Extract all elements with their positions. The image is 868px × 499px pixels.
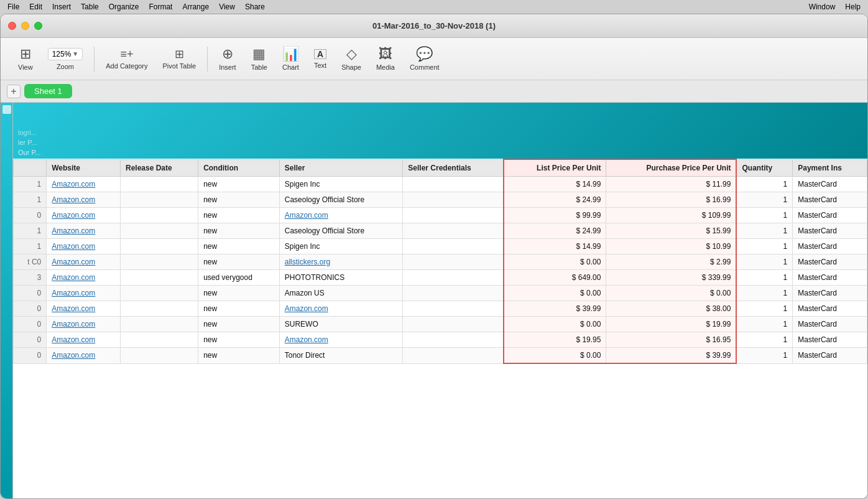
spreadsheet-area: Our P... ler P... logri... Website Relea…	[13, 103, 867, 498]
table-row: 1Amazon.comnewCaseology Official Store$ …	[14, 192, 867, 208]
table-wrapper[interactable]: Website Release Date Condition Seller Se…	[13, 159, 867, 498]
title-bar: 01-Mar-2016_to_30-Nov-2018 (1)	[1, 14, 867, 38]
menu-arrange[interactable]: Arrange	[182, 2, 209, 11]
cell-payment: MasterCard	[793, 254, 867, 270]
toolbar-table[interactable]: ▦ Table	[244, 38, 275, 80]
insert-icon: ⊕	[222, 47, 233, 61]
toolbar-pivot-table[interactable]: ⊞ Pivot Table	[155, 38, 204, 80]
col-header-rownum	[14, 159, 47, 177]
menu-organize[interactable]: Organize	[109, 2, 139, 11]
toolbar-view[interactable]: ⊞ View	[11, 38, 40, 80]
cell-release-date	[120, 254, 198, 270]
col-header-condition[interactable]: Condition	[198, 159, 280, 177]
text-label: Text	[314, 62, 326, 69]
media-label: Media	[376, 63, 395, 71]
menu-window[interactable]: Window	[809, 2, 836, 11]
cell-condition: new	[198, 317, 280, 332]
separator-1	[94, 47, 95, 72]
maximize-button[interactable]	[34, 22, 42, 30]
toolbar-media[interactable]: 🖼 Media	[369, 38, 402, 80]
table-header-row: Website Release Date Condition Seller Se…	[14, 159, 867, 177]
media-icon: 🖼	[379, 47, 392, 61]
row-number: 0	[14, 301, 47, 317]
row-number: t C0	[14, 254, 47, 270]
zoom-arrow-icon: ▼	[72, 50, 78, 57]
view-icon: ⊞	[20, 47, 31, 61]
menu-edit[interactable]: Edit	[29, 2, 42, 11]
toolbar-text[interactable]: A Text	[307, 38, 334, 80]
col-header-payment[interactable]: Payment Ins	[793, 159, 867, 177]
menu-share[interactable]: Share	[245, 2, 265, 11]
menu-file[interactable]: File	[7, 2, 19, 11]
toolbar-chart[interactable]: 📊 Chart	[275, 38, 307, 80]
add-sheet-button[interactable]: +	[7, 85, 21, 98]
col-header-quantity[interactable]: Quantity	[736, 159, 792, 177]
zoom-label: Zoom	[57, 63, 74, 70]
cell-quantity: 1	[736, 348, 792, 364]
cell-purchase-price: $ 10.99	[606, 239, 737, 254]
cell-seller: Spigen Inc	[279, 239, 403, 254]
cell-release-date	[120, 223, 198, 239]
cell-condition: used verygood	[198, 270, 280, 286]
row-number: 3	[14, 270, 47, 286]
cell-purchase-price: $ 109.99	[606, 208, 737, 223]
row-number: 0	[14, 317, 47, 332]
cell-list-price: $ 24.99	[504, 223, 606, 239]
cell-quantity: 1	[736, 270, 792, 286]
cell-seller: SUREWO	[279, 317, 403, 332]
col-header-website[interactable]: Website	[47, 159, 121, 177]
cell-condition: new	[198, 177, 280, 192]
cell-purchase-price: $ 2.99	[606, 254, 737, 270]
toolbar-shape[interactable]: ◇ Shape	[334, 38, 369, 80]
menu-table[interactable]: Table	[81, 2, 99, 11]
col-header-purchase-price[interactable]: Purchase Price Per Unit	[606, 159, 737, 177]
close-button[interactable]	[8, 22, 16, 30]
cell-seller: Amazon.com	[279, 332, 403, 348]
data-table: Website Release Date Condition Seller Se…	[13, 159, 867, 364]
toolbar-insert[interactable]: ⊕ Insert	[211, 38, 244, 80]
col-header-list-price[interactable]: List Price Per Unit	[504, 159, 606, 177]
cell-release-date	[120, 301, 198, 317]
cell-release-date	[120, 192, 198, 208]
col-header-release-date[interactable]: Release Date	[120, 159, 198, 177]
sheet1-tab[interactable]: Sheet 1	[24, 84, 72, 98]
tabs-bar: + Sheet 1	[1, 80, 867, 103]
menu-insert[interactable]: Insert	[52, 2, 71, 11]
toolbar-comment[interactable]: 💬 Comment	[402, 38, 447, 80]
menu-help[interactable]: Help	[845, 2, 861, 11]
col-header-seller[interactable]: Seller	[279, 159, 403, 177]
menu-format[interactable]: Format	[149, 2, 172, 11]
cell-purchase-price: $ 11.99	[606, 177, 737, 192]
col-header-seller-credentials[interactable]: Seller Credentials	[403, 159, 504, 177]
cell-payment: MasterCard	[793, 177, 867, 192]
cell-payment: MasterCard	[793, 332, 867, 348]
cell-list-price: $ 14.99	[504, 239, 606, 254]
content-area: Our P... ler P... logri... Website Relea…	[1, 103, 867, 498]
cell-website: Amazon.com	[47, 317, 121, 332]
pivot-table-label: Pivot Table	[163, 62, 196, 70]
window-title: 01-Mar-2016_to_30-Nov-2018 (1)	[372, 21, 496, 30]
cell-purchase-price: $ 38.00	[606, 301, 737, 317]
row-number: 0	[14, 332, 47, 348]
menu-view[interactable]: View	[219, 2, 235, 11]
comment-label: Comment	[410, 63, 440, 71]
cell-seller-credentials	[403, 223, 504, 239]
cell-purchase-price: $ 19.99	[606, 317, 737, 332]
chart-icon: 📊	[282, 47, 299, 61]
toolbar-zoom[interactable]: 125% ▼ Zoom	[40, 38, 91, 80]
cell-seller: PHOTOTRONICS	[279, 270, 403, 286]
cell-condition: new	[198, 286, 280, 301]
add-category-icon: ≡+	[120, 49, 133, 60]
zoom-box[interactable]: 125% ▼	[48, 48, 83, 60]
toolbar-add-category[interactable]: ≡+ Add Category	[98, 38, 155, 80]
cell-quantity: 1	[736, 192, 792, 208]
cell-release-date	[120, 332, 198, 348]
blue-banner: Our P... ler P... logri...	[13, 103, 867, 159]
minimize-button[interactable]	[21, 22, 29, 30]
cell-condition: new	[198, 301, 280, 317]
cell-payment: MasterCard	[793, 317, 867, 332]
cell-release-date	[120, 348, 198, 364]
table-row: 0Amazon.comnewAmazon US$ 0.00$ 0.001Mast…	[14, 286, 867, 301]
view-label: View	[18, 63, 33, 71]
cell-condition: new	[198, 348, 280, 364]
